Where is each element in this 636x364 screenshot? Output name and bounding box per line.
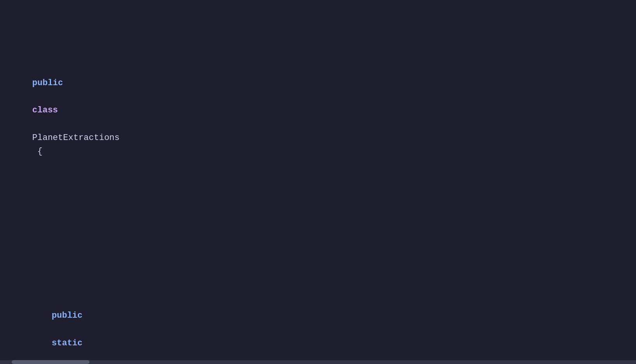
code-editor: public class PlanetExtractions { public … <box>12 8 628 364</box>
scrollbar-thumb[interactable] <box>12 360 90 364</box>
classname: PlanetExtractions <box>32 133 119 143</box>
kw-class: class <box>32 105 58 115</box>
scrollbar-horizontal[interactable] <box>0 360 636 364</box>
kw-public: public <box>32 78 63 88</box>
line-3: public static final int NUMBER_OF_DAYS_I… <box>12 295 628 364</box>
line-blank-1 <box>12 227 628 240</box>
line-1: public class PlanetExtractions { <box>12 63 628 172</box>
